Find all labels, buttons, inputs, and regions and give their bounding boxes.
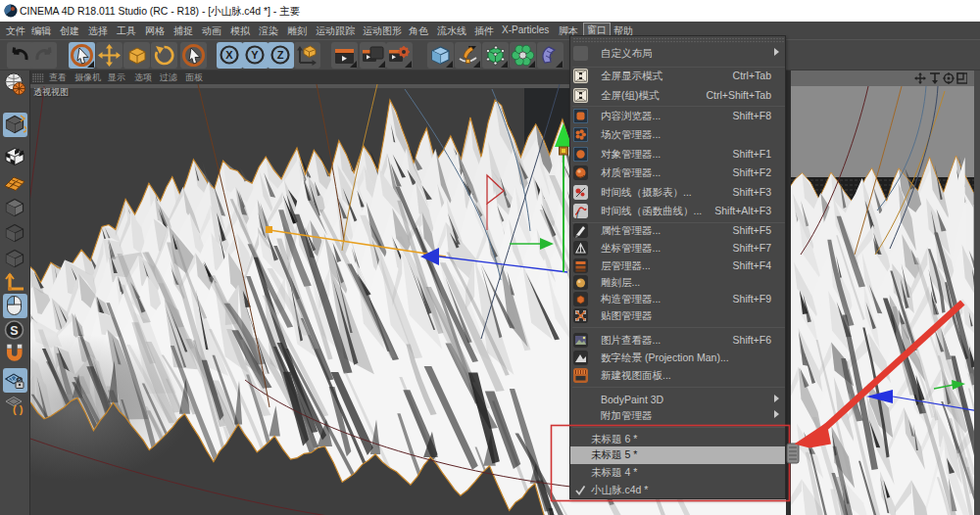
svg-text:X: X	[225, 49, 233, 61]
svg-text:Z: Z	[277, 49, 284, 61]
svg-text:( ): ( )	[13, 403, 24, 415]
svg-text:Y: Y	[251, 49, 259, 61]
svg-text:S: S	[10, 324, 18, 338]
